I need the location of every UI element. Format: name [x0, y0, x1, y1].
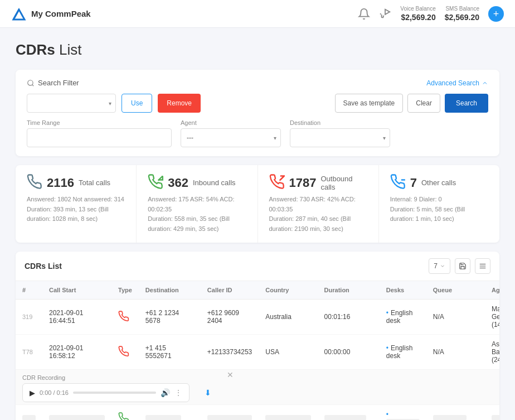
cell-destination: +61 2 1234 5678: [139, 300, 201, 335]
stat-header: 2116 Total calls: [27, 174, 125, 191]
col-call-start: Call Start: [42, 281, 111, 300]
cdrs-list-card: CDRs List 7 #Ca: [16, 252, 499, 420]
page-content: CDRs List Search Filter Advanced Search …: [0, 28, 515, 420]
cell-agent: Aspen Batosh (243): [485, 335, 499, 370]
stat-sub2: Duration: 558 min, 35 sec (Bill duration…: [148, 214, 246, 234]
stat-sub1: Answered: 175 ASR: 54% ACD: 00:02:35: [148, 195, 246, 214]
stat-title: Outbound calls: [320, 175, 367, 191]
svg-line-5: [279, 176, 284, 181]
stat-inbound: 362 Inbound calls Answered: 175 ASR: 54%…: [137, 165, 258, 243]
stat-title: Total calls: [79, 178, 110, 187]
cell-queue: N/A: [426, 335, 485, 370]
page-title: CDRs List: [16, 41, 499, 59]
recording-title: CDR Recording: [22, 374, 499, 381]
per-page-select[interactable]: 7: [429, 258, 450, 274]
cell-call-start: 2021-09-01 16:58:12: [42, 335, 111, 370]
filter-fields-row: Time Range Agent --- Destination: [27, 119, 488, 147]
export-button[interactable]: [455, 258, 470, 274]
voice-balance-value: $2,569.20: [401, 12, 435, 22]
stat-count: 362: [168, 176, 188, 190]
stat-sub1: Internal: 9 Dialer: 0: [390, 195, 488, 205]
table-row: T78 2021-09-01 16:58:12 +1 415 5552671 +…: [16, 335, 499, 370]
search-button[interactable]: Search: [445, 94, 488, 113]
table-row: 319 2021-09-01 16:44:51 +61 2 1234 5678 …: [16, 300, 499, 335]
filter-actions: Save as template Clear Search: [335, 94, 488, 113]
play-button[interactable]: ▶: [30, 389, 35, 397]
cell-caller-id: +612 9609 2404: [201, 300, 259, 335]
columns-button[interactable]: [475, 258, 490, 274]
stat-header: 362 Inbound calls: [148, 174, 246, 191]
filter-top-row: Search Filter Advanced Search: [27, 79, 488, 87]
voice-balance-block: Voice Balance $2,569.20: [400, 5, 435, 22]
stat-sub1: Answered: 1802 Not answered: 314: [27, 195, 125, 205]
close-icon[interactable]: ✕: [227, 370, 234, 379]
col-queue: Queue: [426, 281, 485, 300]
stat-sub2: Duration: 5 min, 58 sec (Bill duration: …: [390, 205, 488, 224]
agent-select[interactable]: ---: [181, 128, 281, 147]
recording-bar: ▶ 0:00 / 0:16 🔊 ⋮ ⬇ ✕: [22, 383, 190, 402]
table-header: #Call StartTypeDestinationCaller IDCount…: [16, 281, 499, 300]
save-as-template-button[interactable]: Save as template: [335, 94, 404, 113]
cdrs-list-header: CDRs List 7: [16, 252, 499, 281]
agent-select-wrapper: ---: [181, 128, 281, 147]
clear-button[interactable]: Clear: [407, 94, 440, 113]
destination-select[interactable]: [290, 128, 390, 147]
agent-label: Agent: [181, 119, 281, 126]
loading-type-icon: [118, 412, 129, 420]
stat-title: Inbound calls: [193, 178, 236, 187]
stat-outbound: 1787 Outbound calls Answered: 730 ASR: 4…: [258, 165, 379, 243]
add-button[interactable]: +: [488, 6, 504, 22]
call-type-icon: [118, 346, 129, 357]
col-#: #: [16, 281, 42, 300]
svg-line-1: [13, 9, 19, 20]
destination-label: Destination: [290, 119, 390, 126]
advanced-search-toggle[interactable]: Advanced Search: [426, 79, 488, 87]
filter-template-select-wrapper: [27, 94, 116, 113]
filter-template-select[interactable]: [27, 94, 116, 113]
cell-type: [111, 300, 139, 335]
time-range-input[interactable]: [27, 128, 172, 147]
cell-queue: N/A: [426, 300, 485, 335]
bell-icon[interactable]: [358, 8, 370, 20]
cell-duration: 00:00:00: [318, 335, 380, 370]
inbound-stat-icon: [148, 174, 163, 191]
megaphone-icon[interactable]: [379, 8, 391, 20]
logo-text: My CommPeak: [31, 9, 91, 18]
outbound-stat-icon: [269, 174, 285, 191]
destination-select-wrapper: [290, 128, 390, 147]
stat-title: Other calls: [421, 178, 456, 187]
stat-phone: 2116 Total calls Answered: 1802 Not answ…: [16, 165, 137, 243]
sms-balance-label: SMS Balance: [445, 5, 479, 12]
download-icon[interactable]: ⬇: [205, 388, 211, 397]
use-button[interactable]: Use: [122, 94, 152, 113]
volume-icon[interactable]: 🔊: [161, 388, 170, 397]
sms-balance-block: SMS Balance $2,569.20: [445, 5, 479, 22]
save-icon: [459, 262, 467, 270]
cell-country: USA: [259, 335, 317, 370]
remove-button[interactable]: Remove: [158, 94, 201, 113]
cdrs-list-title: CDRs List: [25, 262, 62, 271]
more-options-icon[interactable]: ⋮: [174, 388, 182, 397]
table-row-loading: •≡: [16, 405, 499, 420]
stat-header: 7 Other calls: [390, 174, 488, 191]
recording-progress-track[interactable]: [73, 392, 156, 394]
stats-row: 2116 Total calls Answered: 1802 Not answ…: [16, 165, 499, 243]
call-type-icon: [118, 311, 129, 322]
svg-line-3: [32, 84, 34, 86]
logo-icon: [11, 6, 27, 22]
cell-type: [111, 335, 139, 370]
recording-row: CDR Recording ▶ 0:00 / 0:16 🔊 ⋮ ⬇ ✕: [16, 370, 499, 405]
header-right: Voice Balance $2,569.20 SMS Balance $2,5…: [358, 5, 504, 22]
cell-index: T78: [16, 335, 42, 370]
time-range-group: Time Range: [27, 119, 172, 147]
col-type: Type: [111, 281, 139, 300]
filter-controls-row: Use Remove Save as template Clear Search: [27, 94, 488, 113]
stat-count: 7: [410, 176, 417, 190]
cell-index: 319: [16, 300, 42, 335]
cell-destination: +1 415 5552671: [139, 335, 201, 370]
header-left: My CommPeak: [11, 6, 91, 22]
phone-stat-icon: [27, 174, 42, 191]
stat-header: 1787 Outbound calls: [269, 174, 367, 191]
sms-balance-value: $2,569.20: [445, 12, 479, 22]
search-icon: [27, 79, 35, 87]
